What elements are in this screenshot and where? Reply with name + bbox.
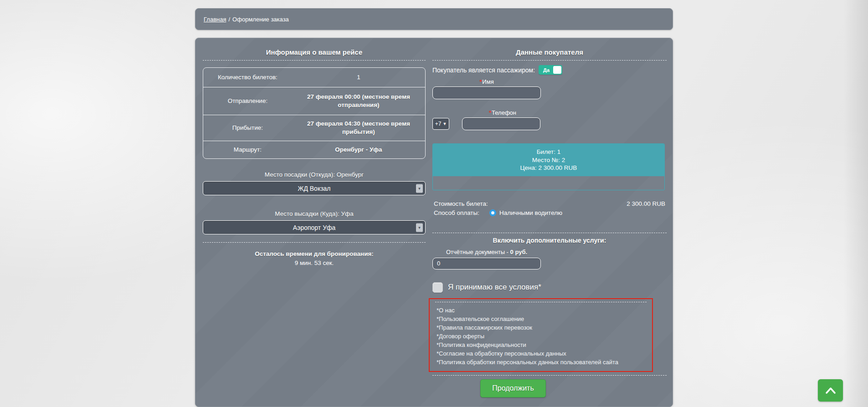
payment-method-label: Способ оплаты: <box>434 209 479 216</box>
ticket-summary-box: Билет: 1 Место №: 2 Цена: 2 300.00 RUB <box>432 143 665 190</box>
booking-timer-label: Осталось времени для бронирования: <box>203 250 426 257</box>
buyer-is-passenger-label: Покупатель является пассажиром: <box>432 66 535 74</box>
terms-links-box: *О нас *Пользовательское соглашение *Пра… <box>429 298 653 372</box>
boarding-place-label: Место посадки (Откуда): Оренбург <box>203 171 426 178</box>
row-label: Количество билетов: <box>203 68 292 87</box>
trip-info-title: Информация о вашем рейсе <box>203 48 426 56</box>
name-field-label: *Имя <box>432 78 541 85</box>
phone-input[interactable] <box>462 117 540 130</box>
checkout-panel: Информация о вашем рейсе Количество биле… <box>195 38 673 407</box>
row-value: Оренбург - Уфа <box>292 141 425 158</box>
row-label: Маршрут: <box>203 141 292 158</box>
required-mark: * <box>479 78 482 85</box>
phone-field-label: *Телефон <box>462 109 543 116</box>
boarding-place-select[interactable]: ЖД Вокзал ▼ <box>203 181 426 195</box>
table-row: Отправление: 27 февраля 00:00 (местное в… <box>203 87 425 115</box>
dropoff-place-select[interactable]: Аэропорт Уфа ▼ <box>203 220 426 234</box>
buyer-is-passenger-row: Покупатель является пассажиром: Да <box>432 65 667 75</box>
terms-link-personal-data-policy[interactable]: *Политика обработки персональных данных … <box>435 358 647 366</box>
ticket-cost-value: 2 300.00 RUB <box>627 200 665 207</box>
breadcrumb-home-link[interactable]: Главная <box>204 16 226 23</box>
chevron-down-icon: ▼ <box>416 223 423 232</box>
row-label: Прибытие: <box>203 115 292 141</box>
chevron-down-icon: ▼ <box>416 184 423 193</box>
terms-link-privacy-policy[interactable]: *Политика конфиденциальности <box>435 341 647 349</box>
trip-info-section: Информация о вашем рейсе Количество биле… <box>203 44 426 397</box>
table-row: Маршрут: Оренбург - Уфа <box>203 141 425 158</box>
report-documents-input[interactable] <box>432 258 541 270</box>
accept-terms-checkbox[interactable] <box>432 282 443 293</box>
boarding-place-value: ЖД Вокзал <box>298 185 330 192</box>
breadcrumb-separator: / <box>228 16 230 23</box>
accept-terms-label: Я принимаю все условия* <box>448 283 541 292</box>
phone-code-select[interactable]: +7 ▼ <box>432 118 449 130</box>
scroll-to-top-button[interactable] <box>818 379 843 402</box>
payment-option-label: Наличными водителю <box>499 209 562 216</box>
report-documents-label: Отчётные документы - 0 руб. <box>432 249 541 255</box>
ticket-price: Цена: 2 300.00 RUB <box>433 164 664 172</box>
extra-services-title: Включить дополнительные услуги: <box>432 237 667 244</box>
row-value: 27 февраля 00:00 (местное время отправле… <box>292 87 425 115</box>
required-mark: * <box>489 109 491 116</box>
name-input[interactable] <box>432 86 541 99</box>
cash-to-driver-radio[interactable] <box>489 209 496 216</box>
trip-info-table: Количество билетов: 1 Отправление: 27 фе… <box>203 67 426 159</box>
ticket-seat: Место №: 2 <box>433 156 664 164</box>
ticket-cost-row: Стоимость билета: 2 300.00 RUB <box>432 200 667 207</box>
buyer-data-section: Данные покупателя Покупатель является па… <box>432 44 667 397</box>
terms-link-about[interactable]: *О нас <box>435 306 647 315</box>
toggle-knob <box>553 66 561 74</box>
chevron-down-icon: ▼ <box>442 122 447 126</box>
ticket-summary-header: Билет: 1 Место №: 2 Цена: 2 300.00 RUB <box>433 144 664 176</box>
terms-agreement-row: Я принимаю все условия* <box>432 282 667 293</box>
phone-code-value: +7 <box>435 121 442 127</box>
divider <box>432 375 667 376</box>
divider <box>435 302 647 302</box>
buyer-data-title: Данные покупателя <box>432 48 667 56</box>
ticket-cost-label: Стоимость билета: <box>434 200 488 207</box>
breadcrumb: Главная / Оформление заказа <box>195 8 673 30</box>
terms-link-transport-rules[interactable]: *Правила пассажирских перевозок <box>435 323 647 332</box>
divider <box>432 60 667 61</box>
payment-method-row: Способ оплаты: Наличными водителю <box>432 209 667 216</box>
dropoff-place-label: Место высадки (Куда): Уфа <box>203 210 426 217</box>
terms-link-personal-data-consent[interactable]: *Согласие на обработку персональных данн… <box>435 349 647 358</box>
continue-button[interactable]: Продолжить <box>480 379 546 397</box>
row-value: 27 февраля 04:30 (местное время прибытия… <box>292 115 425 141</box>
terms-link-offer-contract[interactable]: *Договор оферты <box>435 332 647 341</box>
booking-timer-value: 9 мин. 53 сек. <box>203 259 426 266</box>
background-right-strip <box>843 0 868 407</box>
divider <box>203 242 426 243</box>
ticket-number: Билет: 1 <box>433 148 664 156</box>
phone-row: +7 ▼ <box>432 117 667 130</box>
divider <box>432 233 667 233</box>
dropoff-place-value: Аэропорт Уфа <box>293 224 336 231</box>
toggle-on-label: Да <box>539 67 553 73</box>
breadcrumb-current: Оформление заказа <box>232 16 289 23</box>
ticket-summary-body <box>433 176 664 190</box>
table-row: Количество билетов: 1 <box>203 68 425 87</box>
submit-row: Продолжить <box>432 379 667 397</box>
passenger-toggle[interactable]: Да <box>539 65 562 75</box>
chevron-up-icon <box>825 386 837 395</box>
divider <box>203 60 426 61</box>
row-label: Отправление: <box>203 87 292 115</box>
table-row: Прибытие: 27 февраля 04:30 (местное врем… <box>203 115 425 141</box>
row-value: 1 <box>292 68 425 87</box>
terms-link-user-agreement[interactable]: *Пользовательское соглашение <box>435 315 647 323</box>
